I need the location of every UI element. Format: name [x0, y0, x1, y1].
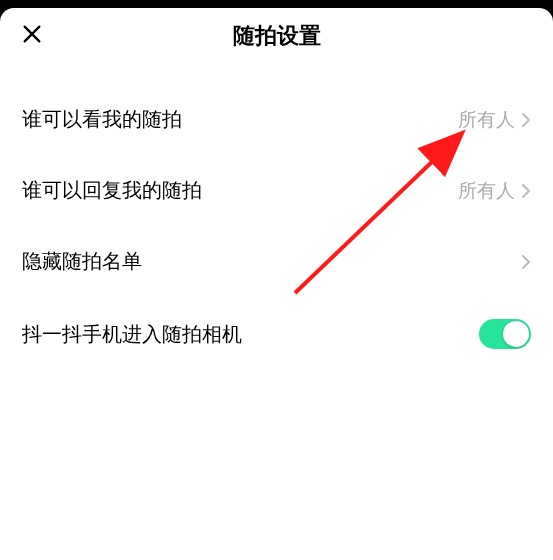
row-right: 所有人	[458, 178, 531, 204]
who-can-view-row[interactable]: 谁可以看我的随拍 所有人	[0, 84, 553, 155]
close-button[interactable]	[16, 20, 48, 52]
header: 随拍设置	[0, 8, 553, 64]
page-title: 随拍设置	[233, 21, 321, 51]
chevron-right-icon	[521, 254, 531, 270]
row-value: 所有人	[458, 178, 515, 204]
row-right: 所有人	[458, 107, 531, 133]
close-icon	[21, 23, 43, 49]
shake-toggle[interactable]	[479, 319, 531, 349]
row-label: 谁可以回复我的随拍	[22, 177, 202, 204]
chevron-right-icon	[521, 112, 531, 128]
row-label: 隐藏随拍名单	[22, 248, 142, 275]
row-right	[521, 254, 531, 270]
row-right	[479, 319, 531, 349]
shake-camera-row: 抖一抖手机进入随拍相机	[0, 297, 553, 371]
hide-list-row[interactable]: 隐藏随拍名单	[0, 226, 553, 297]
who-can-reply-row[interactable]: 谁可以回复我的随拍 所有人	[0, 155, 553, 226]
row-label: 抖一抖手机进入随拍相机	[22, 321, 242, 348]
settings-list: 谁可以看我的随拍 所有人 谁可以回复我的随拍 所有人	[0, 64, 553, 371]
row-label: 谁可以看我的随拍	[22, 106, 182, 133]
toggle-knob	[503, 321, 529, 347]
row-value: 所有人	[458, 107, 515, 133]
chevron-right-icon	[521, 183, 531, 199]
settings-panel: 随拍设置 谁可以看我的随拍 所有人 谁可以回复我的随拍 所有人	[0, 8, 553, 560]
